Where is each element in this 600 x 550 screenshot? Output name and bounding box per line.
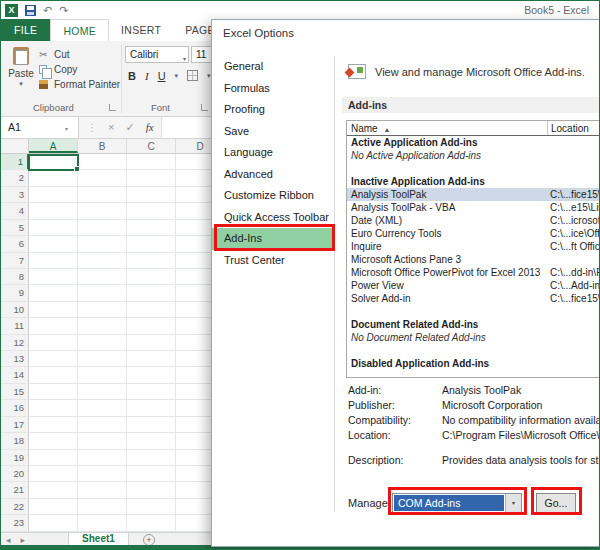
- grid-cell-c22[interactable]: [127, 499, 176, 515]
- sidebar-item-add-ins[interactable]: Add-Ins: [212, 228, 334, 250]
- grid-cell-c5[interactable]: [127, 220, 176, 236]
- grid-cell-c4[interactable]: [127, 203, 176, 219]
- grid-cell-c21[interactable]: [127, 482, 176, 498]
- grid-cell-c2[interactable]: [127, 170, 176, 186]
- grid-cell-b7[interactable]: [78, 253, 127, 269]
- grid-cell-b4[interactable]: [78, 203, 127, 219]
- grid-cell-c19[interactable]: [127, 450, 176, 466]
- row-header-4[interactable]: 4: [1, 203, 29, 219]
- grid-cell-c1[interactable]: [127, 154, 176, 170]
- grid-cell-a13[interactable]: [29, 351, 78, 367]
- row-header-16[interactable]: 16: [1, 400, 29, 416]
- ribbon-tab-home[interactable]: HOME: [50, 19, 109, 41]
- row-header-20[interactable]: 20: [1, 466, 29, 482]
- bold-button[interactable]: B: [128, 70, 136, 82]
- grid-cell-b19[interactable]: [78, 450, 127, 466]
- column-header-name[interactable]: Name ▲: [347, 121, 547, 135]
- grid-cell-a9[interactable]: [29, 285, 78, 301]
- underline-button[interactable]: U: [158, 70, 166, 82]
- selected-cell-a1[interactable]: [28, 154, 79, 171]
- row-header-7[interactable]: 7: [1, 253, 29, 269]
- grid-cell-b22[interactable]: [78, 499, 127, 515]
- cut-button[interactable]: ✂ Cut: [39, 47, 120, 62]
- grid-cell-c6[interactable]: [127, 236, 176, 252]
- grid-cell-b17[interactable]: [78, 417, 127, 433]
- font-name-combo[interactable]: Calibri ▾: [125, 46, 189, 63]
- grid-cell-c12[interactable]: [127, 335, 176, 351]
- ribbon-tab-file[interactable]: FILE: [1, 19, 50, 41]
- grip-icon[interactable]: ⋮: [87, 117, 97, 138]
- grid-cell-a17[interactable]: [29, 417, 78, 433]
- grid-cell-c14[interactable]: [127, 367, 176, 383]
- row-header-12[interactable]: 12: [1, 335, 29, 351]
- row-header-15[interactable]: 15: [1, 384, 29, 400]
- format-painter-button[interactable]: Format Painter: [39, 77, 120, 92]
- addin-row-microsoft-actions-pane-3[interactable]: Microsoft Actions Pane 3: [347, 253, 599, 266]
- grid-cell-a22[interactable]: [29, 499, 78, 515]
- grid-cell-b12[interactable]: [78, 335, 127, 351]
- column-header-b[interactable]: B: [78, 139, 127, 153]
- grid-cell-a7[interactable]: [29, 253, 78, 269]
- row-header-9[interactable]: 9: [1, 285, 29, 301]
- insert-function-icon[interactable]: fx: [146, 117, 154, 138]
- italic-button[interactable]: I: [145, 70, 149, 82]
- grid-cell-a19[interactable]: [29, 450, 78, 466]
- grid-cell-c13[interactable]: [127, 351, 176, 367]
- grid-cell-a21[interactable]: [29, 482, 78, 498]
- sidebar-item-trust-center[interactable]: Trust Center: [212, 250, 334, 272]
- addin-row-solver-add-in[interactable]: Solver Add-inC:\...fice15\Li: [347, 292, 599, 305]
- grid-cell-b13[interactable]: [78, 351, 127, 367]
- addin-row-analysis-toolpak-vba[interactable]: Analysis ToolPak - VBAC:\...e15\Libra: [347, 201, 599, 214]
- row-header-2[interactable]: 2: [1, 170, 29, 186]
- sidebar-item-quick-access-toolbar[interactable]: Quick Access Toolbar: [212, 207, 334, 229]
- grid-cell-c7[interactable]: [127, 253, 176, 269]
- clipboard-dialog-launcher-icon[interactable]: [109, 104, 116, 111]
- grid-cell-c8[interactable]: [127, 269, 176, 285]
- row-header-18[interactable]: 18: [1, 433, 29, 449]
- sidebar-item-advanced[interactable]: Advanced: [212, 164, 334, 186]
- grid-cell-a4[interactable]: [29, 203, 78, 219]
- grid-cell-a8[interactable]: [29, 269, 78, 285]
- grid-cell-b11[interactable]: [78, 318, 127, 334]
- cancel-icon[interactable]: ×: [108, 117, 114, 138]
- grid-cell-b16[interactable]: [78, 400, 127, 416]
- manage-dropdown[interactable]: COM Add-ins ▾: [392, 493, 522, 513]
- grid-cell-b1[interactable]: [78, 154, 127, 170]
- row-header-19[interactable]: 19: [1, 450, 29, 466]
- row-header-22[interactable]: 22: [1, 499, 29, 515]
- grid-cell-a11[interactable]: [29, 318, 78, 334]
- row-header-17[interactable]: 17: [1, 417, 29, 433]
- grid-cell-c11[interactable]: [127, 318, 176, 334]
- grid-cell-c23[interactable]: [127, 515, 176, 531]
- sidebar-item-formulas[interactable]: Formulas: [212, 78, 334, 100]
- grid-cell-b18[interactable]: [78, 433, 127, 449]
- save-icon[interactable]: [25, 5, 36, 16]
- sidebar-item-language[interactable]: Language: [212, 142, 334, 164]
- sidebar-item-proofing[interactable]: Proofing: [212, 99, 334, 121]
- row-header-3[interactable]: 3: [1, 187, 29, 203]
- borders-icon[interactable]: [187, 70, 198, 81]
- copy-button[interactable]: Copy: [39, 62, 120, 77]
- grid-cell-a16[interactable]: [29, 400, 78, 416]
- grid-cell-b8[interactable]: [78, 269, 127, 285]
- row-header-6[interactable]: 6: [1, 236, 29, 252]
- grid-cell-a10[interactable]: [29, 302, 78, 318]
- row-header-21[interactable]: 21: [1, 482, 29, 498]
- grid-cell-c9[interactable]: [127, 285, 176, 301]
- addin-row-euro-currency-tools[interactable]: Euro Currency ToolsC:\...ice\Office: [347, 227, 599, 240]
- grid-cell-a23[interactable]: [29, 515, 78, 531]
- grid-cell-c18[interactable]: [127, 433, 176, 449]
- name-box-caret-icon[interactable]: ▾: [65, 125, 68, 132]
- column-header-location[interactable]: Location: [547, 121, 599, 135]
- column-header-c[interactable]: C: [127, 139, 176, 153]
- grid-cell-b20[interactable]: [78, 466, 127, 482]
- grid-cell-c3[interactable]: [127, 187, 176, 203]
- grid-cell-c15[interactable]: [127, 384, 176, 400]
- addin-row-date-xml[interactable]: Date (XML)C:\...icrosoft S: [347, 214, 599, 227]
- grid-cell-b14[interactable]: [78, 367, 127, 383]
- addin-row-inquire[interactable]: InquireC:\...ft Office\: [347, 240, 599, 253]
- sidebar-item-general[interactable]: General: [212, 56, 334, 78]
- grid-cell-a12[interactable]: [29, 335, 78, 351]
- grid-cell-c17[interactable]: [127, 417, 176, 433]
- ribbon-tab-insert[interactable]: INSERT: [109, 19, 173, 41]
